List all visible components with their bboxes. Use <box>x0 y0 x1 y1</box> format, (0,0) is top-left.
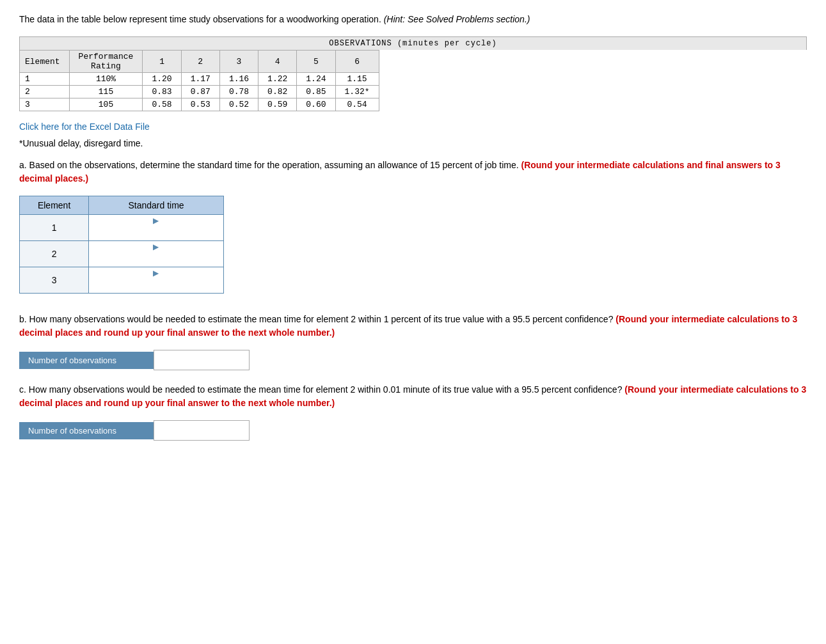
element-cell: 2 <box>20 86 70 98</box>
std-time-input-1[interactable] <box>89 225 223 240</box>
table-row: 1110%1.201.171.161.221.241.15 <box>20 73 379 86</box>
col-element: Element <box>20 51 70 73</box>
col-perf-rating: PerformanceRating <box>69 51 143 73</box>
std-input-cell[interactable]: ▶ <box>89 215 224 241</box>
arrow-icon: ▶ <box>153 269 159 278</box>
question-b-text: b. How many observations would be needed… <box>19 314 613 324</box>
observations-table: Element PerformanceRating 1 2 3 4 5 6 11… <box>19 50 379 111</box>
observations-table-wrapper: OBSERVATIONS (minutes per cycle) Element… <box>19 36 807 111</box>
col-5: 5 <box>297 51 335 73</box>
table-row: 31050.580.530.520.590.600.54 <box>20 98 379 111</box>
obs-cell: 1.32* <box>335 86 379 98</box>
obs-cell: 1.16 <box>219 73 258 86</box>
col-1: 1 <box>143 51 181 73</box>
std-col-time: Standard time <box>89 196 224 215</box>
std-element-cell: 2 <box>20 241 89 267</box>
col-3: 3 <box>219 51 258 73</box>
std-time-input-2[interactable] <box>89 251 223 267</box>
col-6: 6 <box>335 51 379 73</box>
col-2: 2 <box>181 51 219 73</box>
obs-cell: 0.78 <box>219 86 258 98</box>
excel-link[interactable]: Click here for the Excel Data File <box>19 122 150 132</box>
obs-cell: 0.83 <box>143 86 181 98</box>
std-col-element: Element <box>20 196 89 215</box>
question-c-text: c. How many observations would be needed… <box>19 384 622 395</box>
question-a: a. Based on the observations, determine … <box>19 159 807 185</box>
intro-text: The data in the table below represent ti… <box>19 13 807 26</box>
section-c: c. How many observations would be needed… <box>19 383 807 441</box>
obs-b-label: Number of observations <box>19 352 154 369</box>
obs-table-title: OBSERVATIONS (minutes per cycle) <box>19 36 807 50</box>
obs-cell: 0.87 <box>181 86 219 98</box>
obs-c-label: Number of observations <box>19 422 154 439</box>
std-table-header: Element Standard time <box>20 196 224 215</box>
arrow-icon: ▶ <box>153 242 159 251</box>
obs-cell: 0.60 <box>297 98 335 111</box>
std-table-row: 3▶ <box>20 267 224 294</box>
table-row: 21150.830.870.780.820.851.32* <box>20 86 379 98</box>
std-time-input-3[interactable] <box>89 278 223 293</box>
rating-cell: 105 <box>69 98 143 111</box>
obs-cell: 0.59 <box>258 98 297 111</box>
obs-c-row: Number of observations <box>19 420 807 441</box>
obs-b-input[interactable] <box>154 350 250 370</box>
table-header-row: Element PerformanceRating 1 2 3 4 5 6 <box>20 51 379 73</box>
std-table-row: 1▶ <box>20 215 224 241</box>
question-c: c. How many observations would be needed… <box>19 383 807 410</box>
section-b: b. How many observations would be needed… <box>19 313 807 370</box>
obs-cell: 1.22 <box>258 73 297 86</box>
obs-cell: 1.24 <box>297 73 335 86</box>
element-cell: 3 <box>20 98 70 111</box>
rating-cell: 115 <box>69 86 143 98</box>
unusual-note: *Unusual delay, disregard time. <box>19 138 807 148</box>
std-input-cell[interactable]: ▶ <box>89 241 224 267</box>
obs-c-input[interactable] <box>154 420 250 441</box>
obs-cell: 1.20 <box>143 73 181 86</box>
question-a-text: a. Based on the observations, determine … <box>19 160 519 170</box>
obs-cell: 0.54 <box>335 98 379 111</box>
obs-cell: 0.82 <box>258 86 297 98</box>
rating-cell: 110% <box>69 73 143 86</box>
std-table-wrapper: Element Standard time 1▶2▶3▶ <box>19 196 807 294</box>
obs-b-row: Number of observations <box>19 350 807 370</box>
element-cell: 1 <box>20 73 70 86</box>
obs-cell: 0.58 <box>143 98 181 111</box>
std-element-cell: 3 <box>20 267 89 294</box>
arrow-icon: ▶ <box>153 216 159 225</box>
col-4: 4 <box>258 51 297 73</box>
obs-cell: 1.15 <box>335 73 379 86</box>
standard-time-table: Element Standard time 1▶2▶3▶ <box>19 196 224 294</box>
obs-cell: 0.53 <box>181 98 219 111</box>
std-table-row: 2▶ <box>20 241 224 267</box>
obs-cell: 0.52 <box>219 98 258 111</box>
std-element-cell: 1 <box>20 215 89 241</box>
obs-cell: 1.17 <box>181 73 219 86</box>
question-b: b. How many observations would be needed… <box>19 313 807 340</box>
std-input-cell[interactable]: ▶ <box>89 267 224 294</box>
obs-cell: 0.85 <box>297 86 335 98</box>
